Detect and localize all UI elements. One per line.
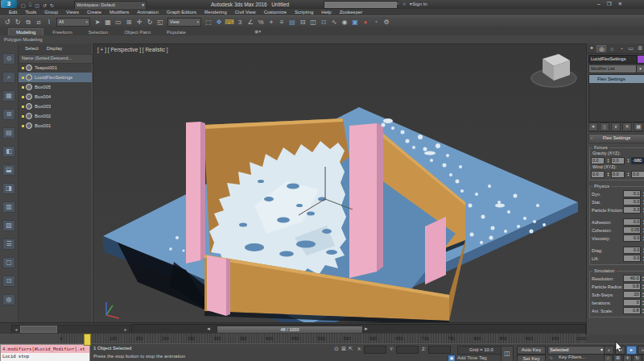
menu-item-13[interactable]: Zookeeper	[336, 10, 367, 15]
help-icon-0[interactable]: ⌕	[396, 1, 398, 6]
toolbar-icon-7[interactable]: ▦	[103, 18, 113, 27]
spinner-arrows[interactable]: ▴▾	[642, 292, 644, 297]
toolbar-icon-24[interactable]: ◫	[308, 18, 318, 27]
spinner-arrows[interactable]: ▴▾	[642, 300, 644, 305]
ribbon-tab-4[interactable]: Populate	[159, 29, 193, 35]
explorer-menu-item-0[interactable]: Select	[25, 46, 39, 51]
explorer-tool-icon-11[interactable]: ▢	[2, 257, 15, 268]
auto-key-button[interactable]: Auto Key	[517, 346, 546, 355]
qat-icon-3[interactable]: ↺	[43, 2, 47, 8]
list-item-1[interactable]: LucidFlexSettings	[19, 73, 92, 82]
command-tab-0[interactable]: ✦	[588, 45, 596, 52]
nav-icon-0[interactable]: ⌕	[604, 355, 613, 361]
toolbar-icon-15[interactable]: ✥	[214, 18, 224, 27]
menu-item-9[interactable]: Civil View	[231, 10, 260, 15]
toolbar-icon-13[interactable]: View▾	[167, 18, 201, 27]
list-item-3[interactable]: Box004	[19, 92, 92, 102]
stack-tool-button-4[interactable]: ▦	[634, 122, 643, 131]
explorer-tool-icon-10[interactable]: ☰	[2, 239, 15, 250]
window-button-1[interactable]: ❐	[607, 1, 612, 7]
toolbar-icon-10[interactable]: ✛	[134, 18, 144, 27]
toolbar-icon-31[interactable]: ⚙	[382, 18, 391, 27]
toolbar-icon-16[interactable]: ⌨	[225, 18, 234, 27]
pillar-band-front[interactable]	[207, 255, 226, 316]
playback-button-3[interactable]: »	[638, 346, 644, 355]
spinner-field[interactable]: -980	[631, 157, 644, 164]
menu-item-0[interactable]: Edit	[5, 10, 21, 15]
toolbar-icon-23[interactable]: ⊟	[298, 18, 308, 27]
spinner-field[interactable]: 0.05	[623, 226, 641, 234]
list-item-0[interactable]: Teapot001	[19, 63, 92, 73]
menu-item-5[interactable]: Modifiers	[105, 10, 133, 15]
toolbar-icon-30[interactable]: ◔	[371, 18, 381, 27]
explorer-tool-icon-0[interactable]: ⊙	[2, 53, 15, 64]
modifier-list-arrow[interactable]: ▾	[636, 64, 644, 73]
spinner-arrows[interactable]: ▴▾	[626, 172, 630, 177]
spinner-field[interactable]: 0.0	[611, 157, 625, 164]
toolbar-icon-0[interactable]: ↺	[2, 18, 12, 27]
explorer-tool-icon-3[interactable]: ⊞	[2, 109, 15, 120]
spinner-arrows[interactable]: ▴▾	[626, 158, 630, 164]
viewport-label[interactable]: [ + ] [ Perspective ] [ Realistic ]	[97, 47, 168, 52]
frame-back-icon[interactable]: ◄	[206, 326, 211, 331]
toolbar-icon-12[interactable]: ◱	[155, 18, 165, 27]
stack-tool-button-1[interactable]: ▯	[600, 122, 609, 131]
menu-item-4[interactable]: Create	[83, 10, 105, 15]
toolbar-icon-26[interactable]: ∿	[329, 18, 339, 27]
add-time-tag[interactable]: Add Time Tag	[457, 355, 487, 360]
spinner-field[interactable]: 40.0	[623, 275, 641, 282]
object-name-field[interactable]: LucidFlexSettings	[588, 55, 639, 64]
play-button[interactable]: ►	[626, 346, 637, 355]
spinner-field[interactable]: 0.0	[611, 171, 625, 178]
explorer-tool-icon-4[interactable]: ▤	[2, 127, 15, 139]
toolbar-icon-18[interactable]: ∠	[246, 18, 255, 27]
explorer-tool-icon-5[interactable]: ◧	[2, 146, 15, 157]
toolbar-icon-5[interactable]: All▾	[56, 18, 90, 27]
nav-icon-2[interactable]: ✛	[623, 355, 632, 361]
command-tab-5[interactable]: ⚙	[636, 45, 644, 52]
ribbon-tab-1[interactable]: Freeform	[45, 29, 79, 35]
toolbar-icon-6[interactable]: ➤	[93, 18, 102, 27]
ribbon-extra-icon-1[interactable]: ▾	[258, 29, 261, 34]
scroll-left-icon[interactable]: ◄	[12, 327, 20, 332]
toolbar-icon-17[interactable]: 3	[235, 18, 245, 27]
object-color-swatch[interactable]	[637, 55, 644, 64]
pillar-band-right[interactable]	[425, 217, 446, 284]
viewport-scene[interactable]	[93, 44, 586, 323]
toolbar-icon-29[interactable]: ●	[361, 18, 370, 27]
rollout-header[interactable]: - Flex Settings	[588, 134, 644, 143]
viewport[interactable]: [ + ] [ Perspective ] [ Realistic ]	[93, 44, 587, 324]
explorer-menu-item-1[interactable]: Display	[47, 46, 63, 51]
mini-curve-editor-button[interactable]: ◫	[501, 346, 514, 361]
list-item-4[interactable]: Box003	[19, 102, 92, 111]
x-field[interactable]	[364, 346, 386, 354]
menu-item-10[interactable]: Customize	[260, 10, 291, 15]
toolbar-icon-9[interactable]: ⊞	[124, 18, 134, 27]
help-icon-1[interactable]: ☆	[402, 1, 406, 6]
modifier-stack-item-0[interactable]: Flex Settings	[589, 75, 644, 83]
toolbar-icon-11[interactable]: ↻	[145, 18, 155, 27]
menu-item-11[interactable]: Scripting	[291, 10, 317, 15]
spinner-field[interactable]: 0.0	[591, 171, 605, 178]
listener-script-line[interactable]: Lucid step	[0, 353, 90, 361]
list-item-5[interactable]: Box002	[19, 111, 92, 121]
spinner-field[interactable]: 0.0	[623, 218, 641, 226]
pillar-left[interactable]	[186, 122, 200, 263]
command-tab-3[interactable]: ◔	[617, 46, 625, 52]
nav-icon-3[interactable]: ↻	[633, 355, 642, 361]
scroll-right-icon[interactable]: ►	[122, 327, 130, 332]
nav-icon-1[interactable]: ⊞	[613, 355, 622, 361]
spinner-field[interactable]: 0.0	[591, 157, 605, 164]
menu-item-1[interactable]: Tools	[21, 10, 40, 15]
toolbar-icon-3[interactable]: ⧄	[34, 18, 43, 27]
command-tab-1[interactable]: ◎	[597, 45, 606, 52]
menu-item-12[interactable]: Help	[317, 10, 335, 15]
toolbar-icon-21[interactable]: ≡	[277, 18, 287, 27]
key-filters-button[interactable]: Key Filters...	[559, 355, 585, 359]
explorer-tool-icon-9[interactable]: ▧	[2, 220, 15, 231]
toolbar-icon-8[interactable]: ▭	[114, 18, 123, 27]
toolbar-icon-1[interactable]: ↻	[13, 18, 23, 27]
modifier-list-dropdown[interactable]: Modifier List	[588, 64, 640, 73]
menu-item-7[interactable]: Graph Editors	[163, 10, 200, 15]
stack-tool-button-2[interactable]: ∨	[611, 122, 621, 131]
